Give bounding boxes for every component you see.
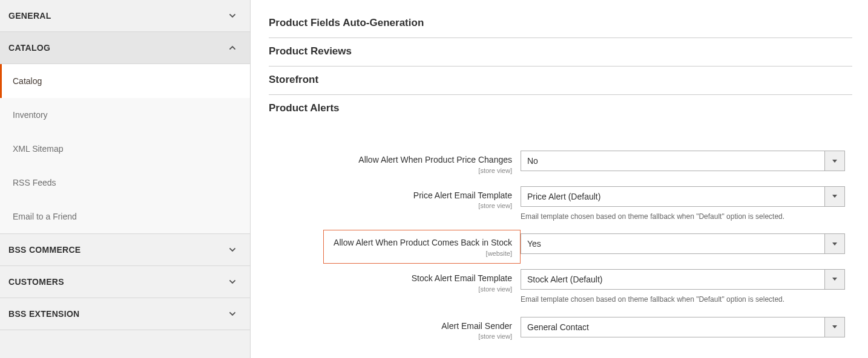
sidebar-item-label: Catalog [13, 76, 42, 86]
scope-label: [store view] [269, 285, 512, 293]
sidebar-section-bss-commerce[interactable]: BSS COMMERCE [0, 234, 250, 266]
scope-label: [website] [269, 250, 512, 257]
select-alert-email-sender[interactable]: General Contact [521, 317, 845, 337]
sidebar-item-label: RSS Feeds [13, 178, 56, 187]
select-input[interactable]: Yes [521, 233, 845, 254]
label-text: Stock Alert Email Template [412, 273, 512, 283]
section-header-product-reviews[interactable]: Product Reviews [269, 38, 852, 67]
field-input-col: Yes [521, 233, 852, 254]
chevron-down-icon [228, 246, 237, 254]
chevron-down-icon [228, 11, 237, 20]
chevron-down-icon [228, 310, 237, 318]
label-text: Allow Alert When Product Price Changes [358, 155, 512, 164]
row-allow-stock-alert: Allow Alert When Product Comes Back in S… [269, 233, 852, 257]
select-input[interactable]: General Contact [521, 317, 845, 337]
select-allow-stock-alert[interactable]: Yes [521, 233, 845, 254]
sidebar-subitems-catalog: Catalog Inventory XML Sitemap RSS Feeds … [0, 64, 250, 234]
select-input[interactable]: Stock Alert (Default) [521, 269, 845, 290]
chevron-down-icon [228, 278, 237, 286]
field-input-col: Price Alert (Default) Email template cho… [521, 186, 852, 222]
sidebar-item-catalog[interactable]: Catalog [0, 64, 250, 98]
sidebar-item-email-friend[interactable]: Email to a Friend [0, 200, 250, 233]
section-header-storefront[interactable]: Storefront [269, 67, 852, 95]
label-text: Price Alert Email Template [413, 190, 512, 200]
sidebar-item-rss-feeds[interactable]: RSS Feeds [0, 166, 250, 200]
field-input-col: Stock Alert (Default) Email template cho… [521, 269, 852, 305]
main-content: Product Fields Auto-Generation Product R… [251, 0, 868, 358]
select-price-alert-template[interactable]: Price Alert (Default) [521, 186, 845, 207]
scope-label: [store view] [269, 202, 512, 209]
row-alert-email-sender: Alert Email Sender [store view] General … [269, 317, 852, 340]
field-label: Allow Alert When Product Comes Back in S… [269, 233, 521, 257]
sidebar-item-xml-sitemap[interactable]: XML Sitemap [0, 132, 250, 166]
field-label: Price Alert Email Template [store view] [269, 186, 521, 210]
chevron-up-icon [228, 44, 237, 52]
select-stock-alert-template[interactable]: Stock Alert (Default) [521, 269, 845, 290]
row-stock-alert-template: Stock Alert Email Template [store view] … [269, 269, 852, 305]
field-input-col: No [521, 151, 852, 171]
sidebar-section-general[interactable]: GENERAL [0, 0, 250, 32]
product-alerts-form: Allow Alert When Product Price Changes [… [269, 123, 852, 340]
sidebar: GENERAL CATALOG Catalog Inventory XML Si… [0, 0, 251, 358]
sidebar-section-label: CUSTOMERS [8, 277, 64, 287]
field-label: Stock Alert Email Template [store view] [269, 269, 521, 293]
field-note: Email template chosen based on theme fal… [521, 212, 852, 222]
field-label: Allow Alert When Product Price Changes [… [269, 151, 521, 174]
label-text: Alert Email Sender [441, 321, 512, 331]
sidebar-section-catalog[interactable]: CATALOG [0, 32, 250, 64]
section-header-product-alerts[interactable]: Product Alerts [269, 95, 852, 123]
sidebar-section-customers[interactable]: CUSTOMERS [0, 266, 250, 298]
sidebar-item-label: XML Sitemap [13, 144, 64, 154]
row-price-alert-template: Price Alert Email Template [store view] … [269, 186, 852, 222]
row-allow-price-alert: Allow Alert When Product Price Changes [… [269, 151, 852, 174]
sidebar-item-label: Email to a Friend [13, 212, 77, 221]
select-input[interactable]: No [521, 151, 845, 171]
scope-label: [store view] [269, 333, 512, 340]
select-input[interactable]: Price Alert (Default) [521, 186, 845, 207]
select-allow-price-alert[interactable]: No [521, 151, 845, 171]
field-label: Alert Email Sender [store view] [269, 317, 521, 340]
field-input-col: General Contact [521, 317, 852, 337]
sidebar-section-label: CATALOG [8, 43, 50, 53]
scope-label: [store view] [269, 167, 512, 174]
sidebar-section-label: GENERAL [8, 11, 51, 21]
field-note: Email template chosen based on theme fal… [521, 295, 852, 305]
section-header-auto-generation[interactable]: Product Fields Auto-Generation [269, 11, 852, 38]
sidebar-item-inventory[interactable]: Inventory [0, 98, 250, 132]
sidebar-section-label: BSS COMMERCE [8, 245, 81, 255]
sidebar-section-bss-extension[interactable]: BSS EXTENSION [0, 298, 250, 330]
sidebar-item-label: Inventory [13, 110, 48, 120]
label-text: Allow Alert When Product Comes Back in S… [334, 238, 512, 247]
sidebar-section-label: BSS EXTENSION [8, 309, 79, 319]
